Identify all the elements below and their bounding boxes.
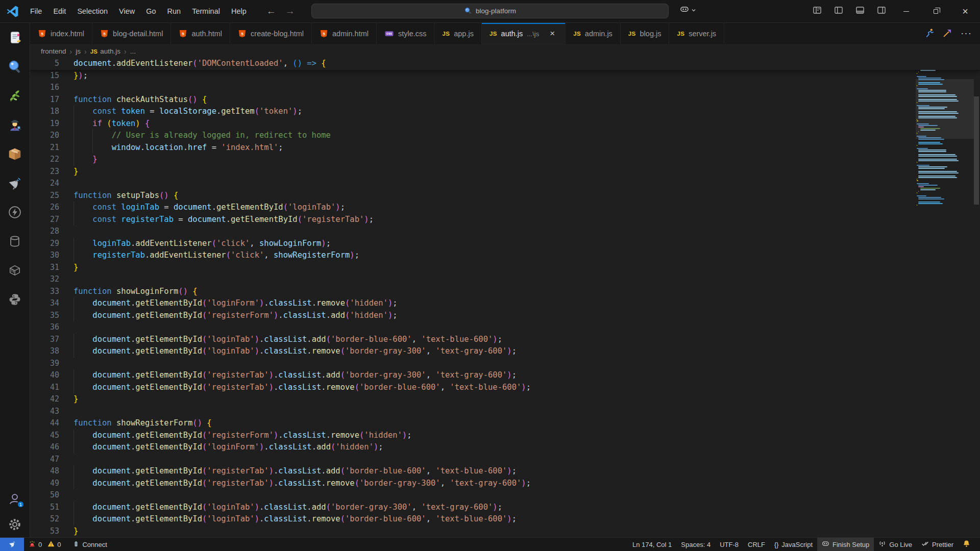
tab-create-blog.html[interactable]: 5create-blog.html — [230, 23, 312, 44]
code-line[interactable]: 37 document.getElementById('loginTab').c… — [30, 334, 980, 346]
activity-item-settings[interactable] — [7, 517, 22, 532]
line-number[interactable]: 21 — [30, 142, 59, 154]
tab-app.js[interactable]: JSapp.js — [435, 23, 482, 44]
activity-item-source-control[interactable] — [7, 88, 22, 104]
code-line[interactable]: 20 // User is already logged in, redirec… — [30, 130, 980, 142]
code-line[interactable]: 25function setupTabs() { — [30, 190, 980, 202]
code-line[interactable]: 45 document.getElementById('registerForm… — [30, 430, 980, 442]
status-encoding[interactable]: UTF-8 — [715, 538, 743, 551]
status-eol[interactable]: CRLF — [743, 538, 770, 551]
code-line[interactable]: 49 document.getElementById('registerTab'… — [30, 478, 980, 490]
breadcrumb-item-js[interactable]: js — [76, 47, 81, 55]
line-number[interactable]: 51 — [30, 502, 59, 514]
code-line[interactable]: 23} — [30, 166, 980, 178]
line-number[interactable]: 47 — [30, 454, 59, 466]
tab-blog.js[interactable]: JSblog.js — [621, 23, 670, 44]
code-line[interactable]: 33function showLoginForm() { — [30, 286, 980, 298]
status-go-live[interactable]: Go Live — [874, 538, 917, 551]
line-number[interactable]: 35 — [30, 310, 59, 322]
toggle-panel-button[interactable] — [855, 6, 865, 17]
line-number[interactable]: 32 — [30, 273, 59, 286]
line-number[interactable]: 49 — [30, 478, 59, 490]
line-number[interactable]: 50 — [30, 489, 59, 502]
line-number[interactable]: 5 — [30, 58, 59, 70]
line-number[interactable]: 36 — [30, 321, 59, 334]
code-line[interactable]: 21 window.location.href = 'index.html'; — [30, 142, 980, 154]
line-number[interactable]: 45 — [30, 430, 59, 442]
tab-style.css[interactable]: cssstyle.css — [377, 23, 435, 44]
code-line[interactable]: 15}); — [30, 70, 980, 82]
line-number[interactable]: 38 — [30, 345, 59, 358]
remote-indicator-button[interactable] — [0, 538, 24, 551]
scrollbar[interactable] — [973, 58, 980, 537]
preview-button[interactable] — [943, 28, 952, 40]
line-number[interactable]: 33 — [30, 286, 59, 298]
code-line[interactable]: 24 — [30, 178, 980, 190]
activity-item-explorer[interactable] — [7, 30, 22, 45]
line-number[interactable]: 15 — [30, 70, 59, 82]
status-copilot-finish-setup[interactable]: Finish Setup — [817, 538, 874, 551]
line-number[interactable]: 23 — [30, 166, 59, 178]
code-line[interactable]: 27 const registerTab = document.getEleme… — [30, 214, 980, 226]
minimap-slider[interactable] — [916, 79, 974, 139]
activity-item-docker[interactable] — [7, 263, 22, 278]
close-button[interactable]: × — [950, 0, 980, 22]
code-line[interactable]: 36 — [30, 321, 980, 334]
activity-item-database[interactable] — [7, 234, 22, 249]
line-number[interactable]: 40 — [30, 369, 59, 382]
menu-item-selection[interactable]: Selection — [71, 0, 113, 22]
code-line[interactable]: 35 document.getElementById('registerForm… — [30, 310, 980, 322]
back-arrow-button[interactable]: ← — [266, 6, 276, 17]
breadcrumb-item-auth.js[interactable]: JSauth.js — [90, 47, 120, 55]
code-line[interactable]: 26 const loginTab = document.getElementB… — [30, 202, 980, 214]
activity-item-python[interactable] — [7, 292, 22, 307]
forward-arrow-button[interactable]: → — [285, 6, 295, 17]
line-number[interactable]: 29 — [30, 238, 59, 250]
activity-item-run-debug[interactable] — [7, 117, 22, 133]
status-language-mode[interactable]: {}JavaScript — [770, 538, 817, 551]
line-number[interactable]: 22 — [30, 154, 59, 166]
menu-item-edit[interactable]: Edit — [47, 0, 71, 22]
code-line[interactable]: 16 — [30, 82, 980, 94]
code-line[interactable]: 29 loginTab.addEventListener('click', sh… — [30, 238, 980, 250]
line-number[interactable]: 27 — [30, 214, 59, 226]
code-line[interactable]: 22 } — [30, 154, 980, 166]
line-number[interactable]: 18 — [30, 106, 59, 118]
line-number[interactable]: 24 — [30, 178, 59, 190]
tab-admin.js[interactable]: JSadmin.js — [566, 23, 621, 44]
code-line[interactable]: 42} — [30, 393, 980, 406]
scrollbar-thumb[interactable] — [974, 96, 979, 205]
problems-button[interactable]: 00 — [24, 538, 68, 551]
code-line[interactable]: 30 registerTab.addEventListener('click',… — [30, 249, 980, 262]
line-number[interactable]: 53 — [30, 525, 59, 538]
line-number[interactable]: 31 — [30, 262, 59, 274]
code-line[interactable]: 32 — [30, 273, 980, 286]
activity-item-extensions[interactable] — [7, 146, 22, 162]
code-line[interactable]: 39 — [30, 358, 980, 370]
code-line[interactable]: 50 — [30, 489, 980, 502]
status-prettier[interactable]: Prettier — [917, 538, 958, 551]
code-line[interactable]: 38 document.getElementById('loginTab').c… — [30, 345, 980, 358]
line-number[interactable]: 52 — [30, 513, 59, 525]
connect-button[interactable]: Connect — [68, 538, 111, 551]
code-line[interactable]: 53} — [30, 525, 980, 538]
toggle-secondary-sidebar-button[interactable] — [877, 6, 886, 17]
code-line[interactable]: 46 document.getElementById('loginForm').… — [30, 441, 980, 454]
tab-blog-detail.html[interactable]: 5blog-detail.html — [92, 23, 171, 44]
tab-admin.html[interactable]: 5admin.html — [312, 23, 377, 44]
code-line[interactable]: 48 document.getElementById('registerTab'… — [30, 465, 980, 478]
line-number[interactable]: 16 — [30, 82, 59, 94]
status-cursor-position[interactable]: Ln 174, Col 1 — [628, 538, 676, 551]
sticky-scroll-line[interactable]: 5document.addEventListener('DOMContentLo… — [30, 58, 980, 70]
activity-item-search[interactable] — [7, 59, 22, 74]
line-number[interactable]: 48 — [30, 465, 59, 478]
breadcrumb-item-frontend[interactable]: frontend — [41, 47, 66, 55]
line-number[interactable]: 44 — [30, 417, 59, 430]
menu-item-run[interactable]: Run — [162, 0, 187, 22]
code-line[interactable]: 51 document.getElementById('loginTab').c… — [30, 502, 980, 514]
menu-item-terminal[interactable]: Terminal — [186, 0, 226, 22]
line-number[interactable]: 39 — [30, 358, 59, 370]
code-line[interactable]: 17function checkAuthStatus() { — [30, 94, 980, 106]
line-number[interactable]: 42 — [30, 393, 59, 406]
more-actions-button[interactable]: ··· — [961, 29, 972, 38]
